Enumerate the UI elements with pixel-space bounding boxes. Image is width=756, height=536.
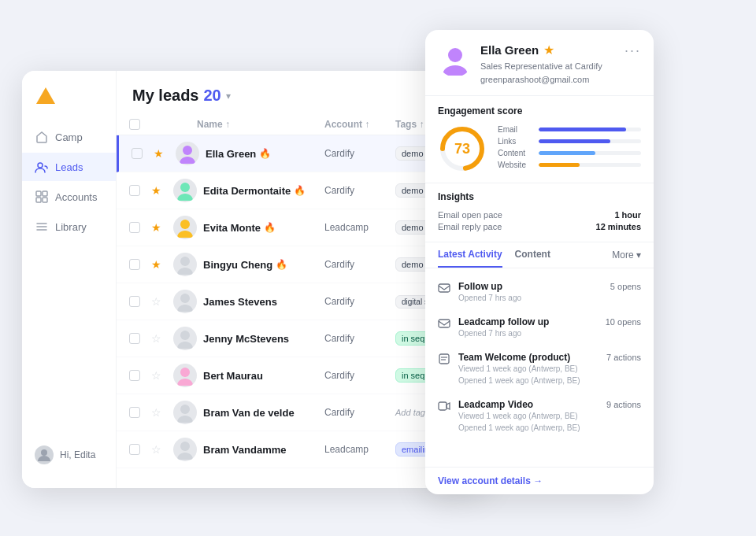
svg-rect-22 — [439, 284, 450, 292]
row-checkbox[interactable] — [129, 333, 140, 344]
sidebar-item-library[interactable]: Library — [22, 213, 116, 241]
row-checkbox[interactable] — [129, 259, 140, 270]
activity-sub: Viewed 1 week ago (Antwerp, BE) Opened 1… — [458, 410, 600, 434]
lead-name: Evita Monte 🔥 — [203, 222, 324, 234]
detail-name-row: Ella Green ★ — [480, 43, 617, 57]
row-checkbox[interactable] — [129, 296, 140, 307]
score-bar-row: Website — [498, 161, 641, 169]
activity-list: Follow up Opened 7 hrs ago 5 opens Leadc… — [425, 268, 654, 467]
activity-title: Follow up — [458, 281, 604, 292]
avatar — [173, 438, 197, 461]
row-checkbox[interactable] — [132, 148, 143, 159]
svg-point-15 — [180, 331, 190, 340]
logo-icon — [35, 85, 57, 107]
star-icon[interactable]: ★ — [151, 258, 173, 271]
activity-body: Leadcamp Video Viewed 1 week ago (Antwer… — [458, 399, 600, 434]
tab-more[interactable]: More ▾ — [612, 250, 641, 267]
row-checkbox[interactable] — [129, 185, 140, 196]
detail-info: Ella Green ★ Sales Representative at Car… — [480, 43, 617, 86]
svg-rect-2 — [36, 191, 41, 196]
star-icon[interactable]: ★ — [151, 221, 173, 234]
tab-content[interactable]: Content — [515, 249, 550, 268]
sidebar-item-accounts[interactable]: Accounts — [22, 183, 116, 211]
row-checkbox[interactable] — [129, 444, 140, 455]
user-name: Hi, Edita — [60, 449, 95, 460]
avatar — [176, 142, 199, 165]
sidebar-nav: Camp Leads Accounts — [22, 123, 116, 436]
activity-count: 7 actions — [606, 353, 641, 362]
row-checkbox[interactable] — [129, 222, 140, 233]
lead-name: Bram Vandamme — [203, 444, 324, 456]
bar-track — [539, 151, 641, 155]
activity-item[interactable]: Leadcamp follow up Opened 7 hrs ago 10 o… — [425, 310, 654, 346]
sidebar-item-camp[interactable]: Camp — [22, 123, 116, 151]
lead-account: Leadcamp — [324, 444, 395, 455]
avatar — [173, 401, 197, 424]
insights-row: Email open pace 1 hour — [438, 210, 641, 220]
lead-account: Cardify — [324, 148, 395, 159]
activity-body: Follow up Opened 7 hrs ago — [458, 281, 604, 304]
add-tags[interactable]: Add tags — [395, 408, 429, 417]
bar-fill — [539, 151, 595, 155]
sidebar-item-leads[interactable]: Leads — [22, 153, 116, 181]
row-checkbox[interactable] — [129, 407, 140, 418]
tab-latest-activity[interactable]: Latest Activity — [438, 249, 502, 268]
sidebar-logo — [22, 85, 116, 123]
dropdown-arrow-icon[interactable]: ▾ — [226, 91, 231, 102]
tag-badge: demo — [395, 220, 430, 235]
star-icon[interactable]: ★ — [151, 184, 173, 197]
insights-value-reply: 12 minutes — [596, 222, 641, 231]
content-icon — [438, 353, 452, 367]
lead-name: Bram Van de velde — [203, 407, 324, 419]
activity-count: 9 actions — [606, 400, 641, 409]
view-account-text: View account details → — [438, 475, 543, 486]
star-icon[interactable]: ☆ — [151, 443, 173, 456]
bar-label-links: Links — [498, 137, 534, 146]
star-icon[interactable]: ☆ — [151, 369, 173, 382]
bar-fill — [539, 128, 626, 131]
svg-point-16 — [180, 368, 190, 377]
svg-point-13 — [180, 257, 190, 266]
activity-item[interactable]: Follow up Opened 7 hrs ago 5 opens — [425, 275, 654, 310]
svg-point-1 — [38, 163, 43, 168]
star-icon[interactable]: ☆ — [151, 332, 173, 345]
activity-item[interactable]: Team Welcome (product) Viewed 1 week ago… — [425, 346, 654, 393]
users-icon — [35, 160, 49, 174]
avatar — [173, 253, 197, 276]
detail-header: Ella Green ★ Sales Representative at Car… — [425, 30, 654, 96]
lead-name: Bingyu Cheng 🔥 — [203, 259, 324, 271]
avatar — [173, 327, 197, 350]
star-icon[interactable]: ☆ — [151, 406, 173, 419]
detail-more-button[interactable]: ··· — [624, 43, 641, 59]
activity-item[interactable]: Leadcamp Video Viewed 1 week ago (Antwer… — [425, 393, 654, 440]
activity-body: Team Welcome (product) Viewed 1 week ago… — [458, 352, 600, 386]
lead-account: Cardify — [324, 370, 395, 381]
avatar — [173, 364, 197, 387]
star-icon[interactable]: ☆ — [151, 295, 173, 308]
engagement-section: Engagement score 73 Email Links — [425, 96, 654, 183]
score-bar-row: Links — [498, 137, 641, 146]
svg-point-10 — [183, 146, 192, 155]
bar-track — [539, 139, 641, 143]
crm-window: Camp Leads Accounts — [22, 71, 487, 488]
svg-point-9 — [41, 449, 47, 456]
star-icon[interactable]: ★ — [154, 147, 176, 160]
insights-section: Insights Email open pace 1 hour Email re… — [425, 183, 654, 242]
bar-label-website: Website — [498, 161, 534, 169]
svg-rect-4 — [36, 198, 41, 202]
row-checkbox[interactable] — [129, 370, 140, 381]
svg-point-17 — [180, 405, 190, 414]
bar-track — [539, 128, 641, 131]
lead-account: Leadcamp — [324, 222, 395, 233]
detail-avatar — [438, 43, 472, 77]
select-all-checkbox[interactable] — [129, 119, 140, 130]
grid-icon — [35, 190, 49, 204]
detail-star-icon[interactable]: ★ — [543, 43, 554, 57]
sidebar: Camp Leads Accounts — [22, 71, 117, 488]
avatar — [173, 290, 197, 313]
page-title-area: My leads 20 ▾ — [132, 87, 231, 105]
view-account-link[interactable]: View account details → — [425, 467, 654, 494]
activity-tabs: Latest Activity Content More ▾ — [425, 242, 654, 268]
sidebar-label-accounts: Accounts — [55, 191, 97, 203]
svg-point-14 — [180, 294, 190, 303]
